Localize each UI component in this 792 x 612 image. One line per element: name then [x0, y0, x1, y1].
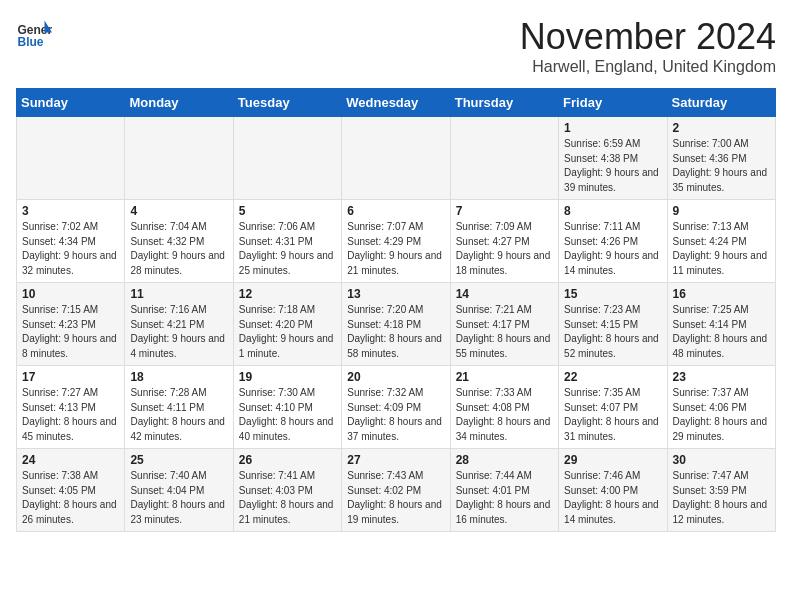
calendar-cell: 6Sunrise: 7:07 AM Sunset: 4:29 PM Daylig… [342, 200, 450, 283]
calendar-cell: 26Sunrise: 7:41 AM Sunset: 4:03 PM Dayli… [233, 449, 341, 532]
calendar-cell: 2Sunrise: 7:00 AM Sunset: 4:36 PM Daylig… [667, 117, 775, 200]
day-info: Sunrise: 7:47 AM Sunset: 3:59 PM Dayligh… [673, 469, 770, 527]
day-info: Sunrise: 7:23 AM Sunset: 4:15 PM Dayligh… [564, 303, 661, 361]
day-info: Sunrise: 7:25 AM Sunset: 4:14 PM Dayligh… [673, 303, 770, 361]
day-number: 1 [564, 121, 661, 135]
day-number: 12 [239, 287, 336, 301]
day-number: 26 [239, 453, 336, 467]
header: General Blue November 2024 Harwell, Engl… [16, 16, 776, 76]
day-number: 29 [564, 453, 661, 467]
day-info: Sunrise: 7:07 AM Sunset: 4:29 PM Dayligh… [347, 220, 444, 278]
day-info: Sunrise: 7:35 AM Sunset: 4:07 PM Dayligh… [564, 386, 661, 444]
day-number: 21 [456, 370, 553, 384]
day-info: Sunrise: 6:59 AM Sunset: 4:38 PM Dayligh… [564, 137, 661, 195]
calendar-cell: 10Sunrise: 7:15 AM Sunset: 4:23 PM Dayli… [17, 283, 125, 366]
day-info: Sunrise: 7:11 AM Sunset: 4:26 PM Dayligh… [564, 220, 661, 278]
day-number: 28 [456, 453, 553, 467]
day-info: Sunrise: 7:02 AM Sunset: 4:34 PM Dayligh… [22, 220, 119, 278]
calendar-cell [17, 117, 125, 200]
day-number: 23 [673, 370, 770, 384]
calendar-cell: 15Sunrise: 7:23 AM Sunset: 4:15 PM Dayli… [559, 283, 667, 366]
weekday-header-tuesday: Tuesday [233, 89, 341, 117]
day-info: Sunrise: 7:15 AM Sunset: 4:23 PM Dayligh… [22, 303, 119, 361]
calendar-cell: 29Sunrise: 7:46 AM Sunset: 4:00 PM Dayli… [559, 449, 667, 532]
calendar-cell: 22Sunrise: 7:35 AM Sunset: 4:07 PM Dayli… [559, 366, 667, 449]
day-number: 8 [564, 204, 661, 218]
calendar-cell: 24Sunrise: 7:38 AM Sunset: 4:05 PM Dayli… [17, 449, 125, 532]
day-number: 10 [22, 287, 119, 301]
day-info: Sunrise: 7:30 AM Sunset: 4:10 PM Dayligh… [239, 386, 336, 444]
day-info: Sunrise: 7:37 AM Sunset: 4:06 PM Dayligh… [673, 386, 770, 444]
day-number: 4 [130, 204, 227, 218]
day-info: Sunrise: 7:46 AM Sunset: 4:00 PM Dayligh… [564, 469, 661, 527]
calendar-cell: 18Sunrise: 7:28 AM Sunset: 4:11 PM Dayli… [125, 366, 233, 449]
day-info: Sunrise: 7:33 AM Sunset: 4:08 PM Dayligh… [456, 386, 553, 444]
day-info: Sunrise: 7:28 AM Sunset: 4:11 PM Dayligh… [130, 386, 227, 444]
day-number: 16 [673, 287, 770, 301]
calendar-cell: 1Sunrise: 6:59 AM Sunset: 4:38 PM Daylig… [559, 117, 667, 200]
calendar-cell [125, 117, 233, 200]
calendar-cell: 25Sunrise: 7:40 AM Sunset: 4:04 PM Dayli… [125, 449, 233, 532]
day-info: Sunrise: 7:43 AM Sunset: 4:02 PM Dayligh… [347, 469, 444, 527]
calendar-cell: 23Sunrise: 7:37 AM Sunset: 4:06 PM Dayli… [667, 366, 775, 449]
calendar-cell: 7Sunrise: 7:09 AM Sunset: 4:27 PM Daylig… [450, 200, 558, 283]
day-info: Sunrise: 7:16 AM Sunset: 4:21 PM Dayligh… [130, 303, 227, 361]
day-info: Sunrise: 7:40 AM Sunset: 4:04 PM Dayligh… [130, 469, 227, 527]
week-row-1: 1Sunrise: 6:59 AM Sunset: 4:38 PM Daylig… [17, 117, 776, 200]
calendar-cell: 14Sunrise: 7:21 AM Sunset: 4:17 PM Dayli… [450, 283, 558, 366]
day-info: Sunrise: 7:00 AM Sunset: 4:36 PM Dayligh… [673, 137, 770, 195]
calendar-cell: 9Sunrise: 7:13 AM Sunset: 4:24 PM Daylig… [667, 200, 775, 283]
day-number: 15 [564, 287, 661, 301]
day-info: Sunrise: 7:44 AM Sunset: 4:01 PM Dayligh… [456, 469, 553, 527]
title-area: November 2024 Harwell, England, United K… [520, 16, 776, 76]
day-info: Sunrise: 7:20 AM Sunset: 4:18 PM Dayligh… [347, 303, 444, 361]
day-number: 27 [347, 453, 444, 467]
calendar-cell [342, 117, 450, 200]
day-number: 13 [347, 287, 444, 301]
week-row-5: 24Sunrise: 7:38 AM Sunset: 4:05 PM Dayli… [17, 449, 776, 532]
day-number: 17 [22, 370, 119, 384]
day-number: 3 [22, 204, 119, 218]
weekday-header-thursday: Thursday [450, 89, 558, 117]
calendar-cell: 11Sunrise: 7:16 AM Sunset: 4:21 PM Dayli… [125, 283, 233, 366]
calendar-cell: 17Sunrise: 7:27 AM Sunset: 4:13 PM Dayli… [17, 366, 125, 449]
calendar-cell: 16Sunrise: 7:25 AM Sunset: 4:14 PM Dayli… [667, 283, 775, 366]
calendar-cell: 27Sunrise: 7:43 AM Sunset: 4:02 PM Dayli… [342, 449, 450, 532]
day-info: Sunrise: 7:09 AM Sunset: 4:27 PM Dayligh… [456, 220, 553, 278]
day-info: Sunrise: 7:04 AM Sunset: 4:32 PM Dayligh… [130, 220, 227, 278]
calendar-cell: 5Sunrise: 7:06 AM Sunset: 4:31 PM Daylig… [233, 200, 341, 283]
weekday-header-sunday: Sunday [17, 89, 125, 117]
calendar-cell: 20Sunrise: 7:32 AM Sunset: 4:09 PM Dayli… [342, 366, 450, 449]
day-info: Sunrise: 7:38 AM Sunset: 4:05 PM Dayligh… [22, 469, 119, 527]
day-info: Sunrise: 7:13 AM Sunset: 4:24 PM Dayligh… [673, 220, 770, 278]
day-info: Sunrise: 7:18 AM Sunset: 4:20 PM Dayligh… [239, 303, 336, 361]
svg-text:Blue: Blue [18, 35, 44, 49]
day-number: 9 [673, 204, 770, 218]
week-row-2: 3Sunrise: 7:02 AM Sunset: 4:34 PM Daylig… [17, 200, 776, 283]
day-number: 24 [22, 453, 119, 467]
day-info: Sunrise: 7:06 AM Sunset: 4:31 PM Dayligh… [239, 220, 336, 278]
month-title: November 2024 [520, 16, 776, 58]
day-number: 11 [130, 287, 227, 301]
weekday-header-friday: Friday [559, 89, 667, 117]
calendar-cell: 12Sunrise: 7:18 AM Sunset: 4:20 PM Dayli… [233, 283, 341, 366]
day-info: Sunrise: 7:41 AM Sunset: 4:03 PM Dayligh… [239, 469, 336, 527]
day-number: 30 [673, 453, 770, 467]
day-number: 7 [456, 204, 553, 218]
calendar-table: SundayMondayTuesdayWednesdayThursdayFrid… [16, 88, 776, 532]
calendar-cell: 8Sunrise: 7:11 AM Sunset: 4:26 PM Daylig… [559, 200, 667, 283]
day-number: 2 [673, 121, 770, 135]
day-number: 22 [564, 370, 661, 384]
logo: General Blue [16, 16, 52, 52]
calendar-cell: 13Sunrise: 7:20 AM Sunset: 4:18 PM Dayli… [342, 283, 450, 366]
calendar-cell: 4Sunrise: 7:04 AM Sunset: 4:32 PM Daylig… [125, 200, 233, 283]
day-number: 20 [347, 370, 444, 384]
day-number: 5 [239, 204, 336, 218]
calendar-cell: 21Sunrise: 7:33 AM Sunset: 4:08 PM Dayli… [450, 366, 558, 449]
calendar-cell [450, 117, 558, 200]
calendar-cell: 19Sunrise: 7:30 AM Sunset: 4:10 PM Dayli… [233, 366, 341, 449]
calendar-cell: 28Sunrise: 7:44 AM Sunset: 4:01 PM Dayli… [450, 449, 558, 532]
day-number: 14 [456, 287, 553, 301]
weekday-header-row: SundayMondayTuesdayWednesdayThursdayFrid… [17, 89, 776, 117]
week-row-4: 17Sunrise: 7:27 AM Sunset: 4:13 PM Dayli… [17, 366, 776, 449]
